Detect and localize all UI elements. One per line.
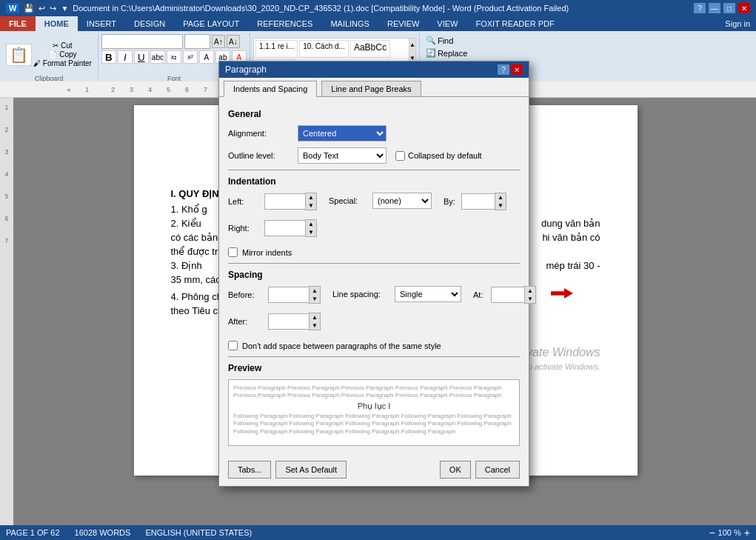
at-spinbtns: ▲ ▼ [524,286,536,304]
minimize-button[interactable]: — [709,3,720,13]
indent-right-up[interactable]: ▲ [306,220,316,228]
tab-indents-spacing[interactable]: Indents and Spacing [224,81,317,97]
dialog-footer: Tabs... Set As Default OK Cancel [219,455,529,486]
spacing-before-spinbtns: ▲ ▼ [309,286,321,304]
zoom-level: 100 % [718,528,741,537]
tab-line-page-breaks[interactable]: Line and Page Breaks [321,81,421,96]
indent-right-input[interactable]: 0 cm [264,220,305,236]
spacing-section-label: Spacing [228,270,520,280]
indent-special-select[interactable]: (none) First line Hanging [372,193,432,209]
dialog-tabs: Indents and Spacing Line and Page Breaks [219,78,529,97]
set-as-default-button[interactable]: Set As Default [275,461,347,479]
line-spacing-row: Line spacing: Single 1.5 lines Double At… [332,286,461,302]
indent-left-row: Left: 0 cm ▲ ▼ [228,193,317,210]
divider-1 [228,170,520,170]
indent-by-up[interactable]: ▲ [495,193,506,201]
indent-right-down[interactable]: ▼ [306,228,316,236]
redo-icon[interactable]: ↪ [50,4,56,13]
indent-right-spinbtns: ▲ ▼ [305,219,317,237]
spacing-after-row: After: 0 pt ▲ ▼ [228,313,321,330]
status-bar: PAGE 1 OF 62 16028 WORDS ENGLISH (UNITED… [0,525,756,540]
dialog-title-controls: ? ✕ [498,64,523,75]
spacing-before-label: Before: [228,290,265,299]
indent-right-label: Right: [228,224,261,233]
spacing-before-input[interactable]: 0 pt [268,287,309,303]
maximize-button[interactable]: □ [723,3,735,13]
at-input[interactable] [491,287,524,303]
language: ENGLISH (UNITED STATES) [145,528,252,537]
zoom-controls: − 100 % + [709,527,750,539]
outline-level-row: Outline level: Body Text Level 1 Level 2… [228,147,520,164]
outline-level-select[interactable]: Body Text Level 1 Level 2 [298,147,387,164]
page-info: PAGE 1 OF 62 [6,528,60,537]
indent-left-input[interactable]: 0 cm [264,193,305,210]
at-spin: ▲ ▼ [491,286,536,304]
alignment-select[interactable]: Left Centered Right Justified [298,125,387,141]
preview-after-text: Following Paragraph Following Paragraph … [233,413,515,436]
spacing-before-up[interactable]: ▲ [310,287,320,295]
paragraph-dialog: Paragraph ? ✕ Indents and Spacing Line a… [218,61,529,487]
dialog-body: General Alignment: Left Centered Right J… [219,97,529,455]
ok-button[interactable]: OK [440,461,471,479]
preview-box: Previous Paragraph Previous Paragraph Pr… [228,379,520,446]
zoom-out-button[interactable]: − [709,527,715,539]
indent-special-row: Special: (none) First line Hanging [329,193,432,209]
indent-by-input[interactable] [461,193,495,210]
cancel-button[interactable]: Cancel [475,461,520,479]
undo-icon[interactable]: ↩ [39,4,45,13]
at-down[interactable]: ▼ [525,295,535,303]
quick-save-icon[interactable]: 💾 [24,4,34,13]
indent-left-label: Left: [228,197,261,206]
spacing-before-row: Before: 0 pt ▲ ▼ [228,286,321,304]
spacing-after-down[interactable]: ▼ [310,321,320,330]
line-spacing-select[interactable]: Single 1.5 lines Double At least Exactly… [395,286,461,302]
spacing-after-input[interactable]: 0 pt [268,313,309,330]
spacing-right-col: Line spacing: Single 1.5 lines Double At… [332,286,461,336]
alignment-label: Alignment: [228,129,295,138]
line-spacing-label: Line spacing: [332,290,392,299]
indent-by-spin: ▲ ▼ [461,193,506,210]
collapsed-checkbox[interactable] [395,151,405,161]
dialog-help-button[interactable]: ? [498,64,509,75]
zoom-in-button[interactable]: + [744,527,750,539]
dialog-title-bar: Paragraph ? ✕ [219,61,529,78]
title-bar-left: W 💾 ↩ ↪ ▼ Document in C:\Users\Administr… [6,3,569,13]
at-up[interactable]: ▲ [525,287,535,295]
spacing-row: Before: 0 pt ▲ ▼ After: 0 pt [228,286,520,336]
spacing-left-col: Before: 0 pt ▲ ▼ After: 0 pt [228,286,321,336]
mirror-indents-label: Mirror indents [242,248,292,257]
indent-by-col: By: ▲ ▼ [444,193,506,243]
word-count: 16028 WORDS [75,528,131,537]
spacing-before-spin: 0 pt ▲ ▼ [268,286,321,304]
outline-level-label: Outline level: [228,151,295,160]
collapsed-label: Collapsed by default [408,151,482,160]
preview-main-text: Phụ lục I [233,401,515,411]
indent-left-up[interactable]: ▲ [306,193,316,201]
dialog-title: Paragraph [225,64,267,75]
spacing-after-label: After: [228,317,265,326]
alignment-row: Alignment: Left Centered Right Justified [228,125,520,141]
spacing-before-down[interactable]: ▼ [310,295,320,303]
at-row: At: ▲ ▼ [473,286,536,304]
indent-left-down[interactable]: ▼ [306,201,316,210]
word-logo-icon: W [6,3,19,13]
title-bar-buttons: ? — □ ✕ [694,3,750,13]
dont-add-space-row: Don't add space between paragraphs of th… [228,341,520,350]
dont-add-space-checkbox[interactable] [228,341,238,350]
red-arrow-icon [551,288,573,299]
indentation-section-label: Indentation [228,176,520,187]
indent-left-spin: 0 cm ▲ ▼ [264,193,317,210]
indentation-row: Left: 0 cm ▲ ▼ Right: 0 cm [228,193,520,243]
spacing-after-spin: 0 pt ▲ ▼ [268,313,321,330]
spacing-after-up[interactable]: ▲ [310,313,320,321]
dialog-close-button[interactable]: ✕ [511,64,523,75]
customize-icon[interactable]: ▼ [61,4,68,13]
tabs-button[interactable]: Tabs... [228,461,271,479]
help-button[interactable]: ? [694,3,706,13]
indent-special-label: Special: [329,196,369,205]
close-button[interactable]: ✕ [738,3,750,13]
indent-by-row: By: ▲ ▼ [444,193,506,210]
mirror-indents-checkbox[interactable] [228,247,238,257]
title-text: Document in C:\Users\Administrator\Downl… [73,4,569,13]
indent-by-down[interactable]: ▼ [495,201,506,210]
